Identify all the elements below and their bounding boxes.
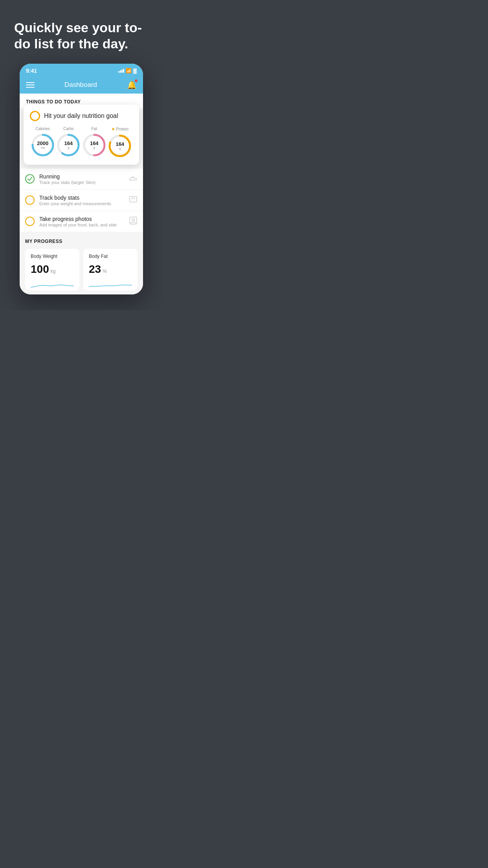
photos-title: Take progress photos [39, 216, 124, 222]
body-weight-value: 100 [31, 263, 49, 276]
battery-icon: ▓ [133, 68, 137, 74]
calories-donut: 2000 cal [30, 132, 55, 158]
body-weight-value-row: 100 kg [31, 263, 74, 276]
body-fat-value: 23 [89, 263, 101, 276]
body-weight-chart [31, 279, 74, 291]
body-fat-value-row: 23 % [89, 263, 132, 276]
nutrition-calories: Calories 2000 cal [30, 127, 55, 158]
body-weight-unit: kg [51, 268, 56, 274]
calories-unit: cal [37, 146, 48, 149]
photos-text: Take progress photos Add images of your … [39, 216, 124, 227]
wifi-icon: 📶 [126, 68, 132, 74]
nav-title: Dashboard [64, 81, 97, 89]
nutrition-card-header: Hit your daily nutrition goal [30, 111, 133, 121]
running-icon [129, 175, 138, 184]
hero-title: Quickly see your to-do list for the day. [14, 20, 149, 52]
body-stats-text: Track body stats Enter your weight and m… [39, 195, 124, 206]
person-svg [129, 216, 138, 225]
scale-icon [129, 195, 138, 206]
scale-svg [129, 195, 138, 204]
hero-section: Quickly see your to-do list for the day. [0, 0, 163, 64]
body-weight-card-title: Body Weight [31, 254, 74, 259]
running-text: Running Track your stats (target: 5km) [39, 173, 124, 185]
body-stats-title: Track body stats [39, 195, 124, 201]
protein-label: ★ Protein [111, 127, 128, 132]
nutrition-carbs: Carbs 164 g [56, 127, 81, 158]
todo-item-body-stats[interactable]: Track body stats Enter your weight and m… [20, 190, 143, 211]
menu-button[interactable] [26, 82, 35, 88]
running-subtitle: Track your stats (target: 5km) [39, 180, 124, 185]
svg-point-10 [132, 219, 134, 221]
progress-cards: Body Weight 100 kg Body Fat 23 [25, 249, 138, 291]
nutrition-fat: Fat 164 g [82, 127, 107, 158]
todo-list: Running Track your stats (target: 5km) T… [20, 169, 143, 232]
carbs-label: Carbs [63, 127, 74, 131]
carbs-donut: 164 g [56, 132, 81, 158]
nutrition-protein: ★ Protein 164 g [107, 127, 132, 158]
body-fat-card-title: Body Fat [89, 254, 132, 259]
nutrition-checkbox[interactable] [30, 111, 40, 121]
protein-unit: g [116, 147, 124, 150]
nutrition-card-title: Hit your daily nutrition goal [44, 112, 118, 120]
fat-donut: 164 g [82, 132, 107, 158]
nutrition-grid: Calories 2000 cal Carbs [30, 127, 133, 158]
progress-section-title: MY PROGRESS [25, 239, 138, 244]
status-icons: 📶 ▓ [118, 68, 137, 74]
calories-value: 2000 [37, 141, 48, 146]
signal-icon [118, 69, 124, 73]
fat-value: 164 [90, 141, 99, 146]
running-title: Running [39, 173, 124, 180]
carbs-value: 164 [64, 141, 73, 146]
fat-unit: g [90, 146, 99, 149]
photos-checkbox[interactable] [25, 217, 35, 226]
main-content: THINGS TO DO TODAY Hit your daily nutrit… [20, 94, 143, 294]
calories-label: Calories [35, 127, 50, 131]
body-fat-svg [89, 279, 132, 291]
todo-item-photos[interactable]: Take progress photos Add images of your … [20, 211, 143, 232]
body-fat-unit: % [103, 268, 107, 274]
status-time: 9:41 [26, 68, 37, 74]
body-fat-chart [89, 279, 132, 291]
nav-bar: Dashboard 🔔 [20, 76, 143, 94]
nutrition-card: Hit your daily nutrition goal Calories 2… [24, 105, 139, 165]
body-stats-checkbox[interactable] [25, 195, 35, 205]
protein-donut: 164 g [107, 133, 132, 158]
body-stats-subtitle: Enter your weight and measurements [39, 201, 124, 206]
running-checkbox[interactable] [25, 174, 35, 184]
phone-mockup: 9:41 📶 ▓ Dashboard 🔔 THINGS TO DO TODA [20, 64, 143, 294]
notifications-button[interactable]: 🔔 [127, 80, 137, 90]
todo-item-running[interactable]: Running Track your stats (target: 5km) [20, 169, 143, 190]
photos-subtitle: Add images of your front, back, and side [39, 223, 124, 227]
carbs-unit: g [64, 146, 73, 149]
shoe-icon [129, 175, 138, 182]
body-fat-card[interactable]: Body Fat 23 % [83, 249, 138, 291]
body-weight-card[interactable]: Body Weight 100 kg [25, 249, 79, 291]
fat-label: Fat [92, 127, 97, 131]
person-icon [129, 216, 138, 227]
progress-section: MY PROGRESS Body Weight 100 kg [20, 232, 143, 294]
check-icon [28, 177, 32, 181]
protein-value: 164 [116, 142, 124, 147]
status-bar: 9:41 📶 ▓ [20, 64, 143, 76]
body-weight-svg [31, 279, 74, 291]
notification-badge [135, 79, 138, 82]
star-icon: ★ [111, 127, 115, 132]
